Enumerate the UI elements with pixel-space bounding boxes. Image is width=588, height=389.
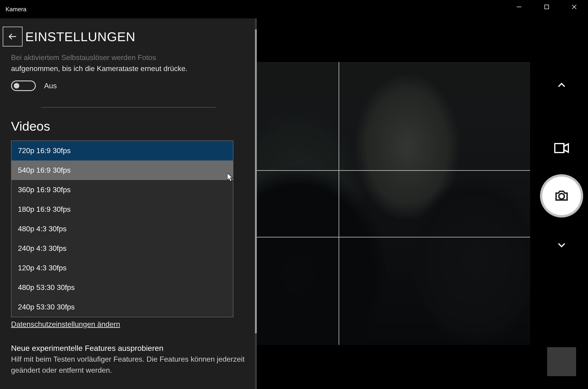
experimental-section: Neue experimentelle Features ausprobiere… [11,344,246,376]
selftimer-description-faded: Bei aktiviertem Selbstauslöser werden Fo… [11,53,156,62]
video-option[interactable]: 480p 4:3 30fps [11,219,233,239]
gallery-thumbnail[interactable] [547,347,576,376]
shutter-button[interactable] [540,174,583,218]
video-mode-button[interactable] [553,143,570,154]
video-option[interactable]: 480p 53:30 30fps [11,278,233,297]
video-option[interactable]: 240p 53:30 30fps [11,297,233,317]
video-option[interactable]: 120p 4:3 30fps [11,258,233,278]
experimental-title: Neue experimentelle Features ausprobiere… [11,344,246,353]
selftimer-toggle-row: Aus [11,80,246,91]
video-option[interactable]: 240p 4:3 30fps [11,239,233,258]
selftimer-toggle[interactable] [11,80,36,91]
settings-scrollbar[interactable] [255,18,257,389]
camera-icon [554,189,569,203]
svg-marker-7 [564,144,568,152]
svg-point-8 [559,194,564,199]
back-button[interactable] [0,24,25,49]
camera-preview-area [257,18,588,389]
app-title: Kamera [5,6,27,13]
svg-rect-6 [555,143,564,153]
minimize-button[interactable] [505,0,533,14]
chevron-up-icon [557,80,566,90]
title-bar: Kamera [0,0,588,18]
window-controls [505,0,588,14]
framing-grid-line [257,170,530,171]
videos-section-title: Videos [11,119,246,133]
framing-grid-line [257,237,530,237]
close-button[interactable] [560,0,588,14]
experimental-body: Hilf mit beim Testen vorläufiger Feature… [11,354,246,376]
video-option[interactable]: 720p 16:9 30fps [11,141,233,161]
video-option[interactable]: 180p 16:9 30fps [11,199,233,219]
video-option[interactable]: 540p 16:9 30fps [11,161,233,180]
video-option[interactable]: 360p 16:9 30fps [11,180,233,199]
privacy-settings-link[interactable]: Datenschutzeinstellungen ändern [11,320,246,328]
video-camera-icon [554,143,569,153]
svg-rect-1 [545,5,549,9]
settings-panel: EINSTELLUNGEN Bei aktiviertem Selbstausl… [0,18,257,389]
chevron-down-icon [557,240,566,250]
camera-feed-image [257,62,530,345]
close-icon [571,4,577,10]
mode-next-button[interactable] [555,238,568,252]
video-resolution-dropdown[interactable]: 720p 16:9 30fps540p 16:9 30fps360p 16:9 … [11,140,233,317]
maximize-icon [544,4,550,10]
section-divider [41,107,216,108]
minimize-icon [516,4,522,10]
settings-title: EINSTELLUNGEN [25,29,136,44]
selftimer-description: Bei aktiviertem Selbstauslöser werden Fo… [11,52,246,74]
maximize-button[interactable] [533,0,560,14]
camera-control-rail [535,18,588,389]
camera-preview [257,62,530,345]
mode-prev-button[interactable] [555,78,568,92]
arrow-left-icon [8,32,17,41]
settings-header: EINSTELLUNGEN [0,18,257,55]
framing-grid-line [338,62,339,345]
selftimer-description-line2: aufgenommen, bis ich die Kamerataste ern… [11,64,187,73]
selftimer-toggle-label: Aus [44,82,57,90]
